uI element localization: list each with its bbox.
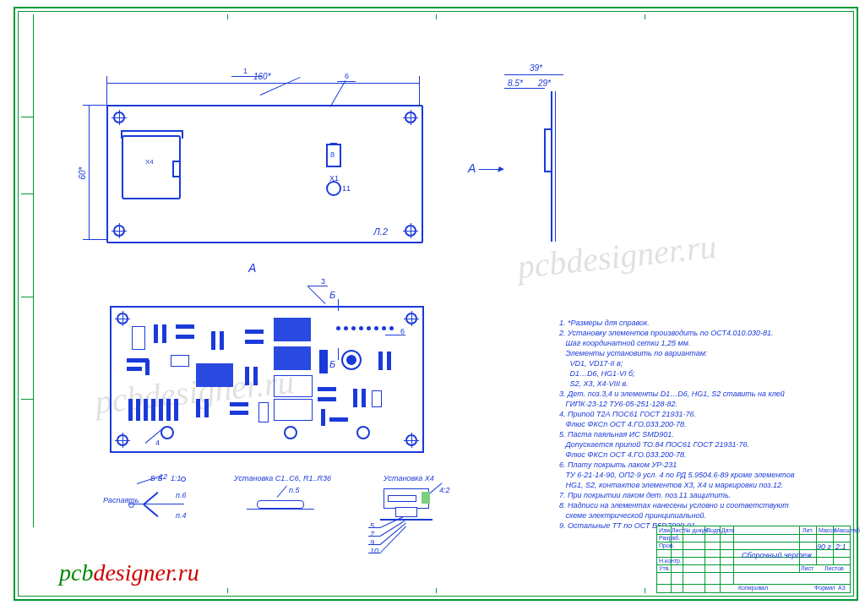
dim-side-w: 39*	[530, 64, 542, 73]
section-a-arrow: A ——▸	[468, 162, 501, 174]
ref-1: 1	[243, 68, 248, 75]
view-label-A: A	[248, 262, 256, 274]
top-view-board: 1 6 X4 8 X1 11 Л.2	[106, 105, 423, 243]
part-8: 8	[326, 144, 341, 167]
dim-side-off2: 29*	[538, 79, 551, 88]
dim-height: 60*	[79, 166, 87, 179]
detail-bb: Б-Б 1:1 Распаять 12 п.6 п.4	[103, 475, 204, 534]
bottom-view-board: Б Б 3 6 4	[110, 306, 424, 453]
connector-x4: X4	[122, 135, 181, 199]
detail-x4: Установка X4 4:2 5 7 9 10	[367, 475, 468, 551]
dim-width: 160*	[253, 73, 271, 81]
binding-field	[21, 14, 34, 527]
label-l2: Л.2	[373, 227, 388, 237]
tb-mass: 90 г	[817, 543, 831, 551]
ref-6: 6	[345, 73, 349, 80]
part-x1: X1 11	[326, 181, 341, 196]
logo: pcbdesigner.ru	[59, 561, 199, 585]
title-block: Изм. Лист № докум. Подп. Дата Разраб. Пр…	[656, 526, 851, 593]
detail-c1r1: Установка С1..С6, R1..R36 п.5	[230, 475, 340, 526]
dim-side-off1: 8.5*	[508, 79, 523, 88]
tb-scale: 2:1	[835, 543, 846, 551]
side-view	[504, 91, 555, 242]
tech-notes: 1. *Размеры для справок.2. Установку эле…	[559, 318, 838, 531]
tb-title: Сборочный чертеж	[742, 552, 812, 559]
